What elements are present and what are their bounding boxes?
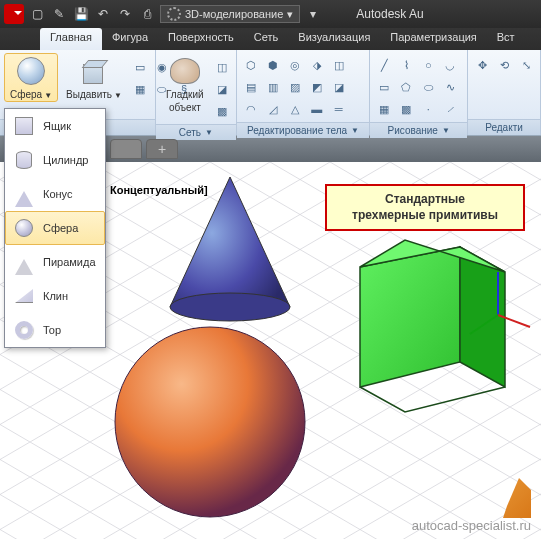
smooth-label-2: объект <box>169 102 201 113</box>
qat-undo-icon[interactable]: ↶ <box>94 5 112 23</box>
sphere-icon <box>17 57 45 85</box>
modify-buttons: ✥ ⟲ ⤡ <box>472 55 536 75</box>
tab-mesh[interactable]: Сеть <box>244 28 288 50</box>
dropdown-label: Сфера <box>43 222 78 234</box>
dropdown-item-cone[interactable]: Конус <box>5 177 105 211</box>
dropdown-label: Тор <box>43 324 61 336</box>
panel-modify-title[interactable]: Редакти <box>468 119 540 135</box>
panel-draw-title[interactable]: Рисование▼ <box>370 122 467 138</box>
dropdown-label: Клин <box>43 290 68 302</box>
panel-mesh: Гладкий объект ◫ ◪ ▩ Сеть▼ <box>156 50 237 135</box>
smooth-icon <box>170 58 200 84</box>
panel-solid-edit-title[interactable]: Редактирование тела▼ <box>237 122 370 138</box>
sphere-split-button[interactable]: Сфера▼ <box>4 53 58 102</box>
dropdown-item-cylinder[interactable]: Цилиндр <box>5 143 105 177</box>
scale-button[interactable]: ⤡ <box>516 55 536 75</box>
mesh-refine-button[interactable]: ▩ <box>212 101 232 121</box>
mesh-less-button[interactable]: ◪ <box>212 79 232 99</box>
dropdown-label: Пирамида <box>43 256 96 268</box>
move-button[interactable]: ✥ <box>472 55 492 75</box>
subtract-button[interactable]: ⬢ <box>263 55 283 75</box>
extrude-icon <box>81 58 107 84</box>
dropdown-item-sphere[interactable]: Сфера <box>5 211 105 245</box>
dropdown-item-wedge[interactable]: Клин <box>5 279 105 313</box>
circle-button[interactable]: ○ <box>418 55 438 75</box>
new-document-tab[interactable]: + <box>146 139 178 159</box>
smooth-label-1: Гладкий <box>166 89 204 100</box>
qat-new-icon[interactable]: ▢ <box>28 5 46 23</box>
chevron-down-icon: ▼ <box>114 91 122 100</box>
chevron-down-icon: ▼ <box>351 126 359 135</box>
extrude-button[interactable]: Выдавить▼ <box>60 53 128 102</box>
mesh-more-button[interactable]: ◫ <box>212 57 232 77</box>
qat-save-icon[interactable]: 💾 <box>72 5 90 23</box>
imprint-button[interactable]: ◩ <box>307 77 327 97</box>
panel-modify: ✥ ⟲ ⤡ Редакти <box>468 50 541 135</box>
qat-extra-icon[interactable]: ▾ <box>304 5 322 23</box>
polysolid-button[interactable]: ▭ <box>130 57 150 77</box>
qat-print-icon[interactable]: ⎙ <box>138 5 156 23</box>
workspace-label: 3D-моделирование <box>185 8 283 20</box>
intersect-button[interactable]: ◎ <box>285 55 305 75</box>
offset-face-button[interactable]: ▥ <box>263 77 283 97</box>
dropdown-item-torus[interactable]: Тор <box>5 313 105 347</box>
chevron-down-icon: ▼ <box>442 126 450 135</box>
fillet-edge-button[interactable]: ◠ <box>241 99 261 119</box>
cylinder-icon <box>16 151 32 169</box>
smooth-object-button[interactable]: Гладкий объект <box>160 53 210 115</box>
visual-style-label[interactable]: Концептуальный] <box>110 184 208 196</box>
app-menu-button[interactable] <box>4 4 24 24</box>
hatch-button[interactable]: ▩ <box>396 99 416 119</box>
watermark-logo-icon <box>491 478 531 518</box>
separate-button[interactable]: ◪ <box>329 77 349 97</box>
line-button[interactable]: ╱ <box>374 55 394 75</box>
workspace-selector[interactable]: 3D-моделирование ▾ <box>160 5 300 23</box>
sphere-icon <box>15 219 33 237</box>
color-face-button[interactable]: ▬ <box>307 99 327 119</box>
tab-surface[interactable]: Поверхность <box>158 28 244 50</box>
shell-button[interactable]: ▨ <box>285 77 305 97</box>
arc-button[interactable]: ◡ <box>440 55 460 75</box>
rectangle-button[interactable]: ▭ <box>374 77 394 97</box>
presspull-button[interactable]: ▦ <box>130 79 150 99</box>
taper-face-button[interactable]: △ <box>285 99 305 119</box>
dropdown-label: Ящик <box>43 120 71 132</box>
qat-redo-icon[interactable]: ↷ <box>116 5 134 23</box>
box-icon <box>15 117 33 135</box>
spline-button[interactable]: ∿ <box>440 77 460 97</box>
watermark: autocad-specialist.ru <box>412 478 531 533</box>
slice-button[interactable]: ⬗ <box>307 55 327 75</box>
tab-home[interactable]: Главная <box>40 28 102 50</box>
chamfer-edge-button[interactable]: ◿ <box>263 99 283 119</box>
pyramid-icon <box>15 250 33 275</box>
point-button[interactable]: · <box>418 99 438 119</box>
annotation-callout: Стандартные трехмерные примитивы <box>325 184 525 231</box>
tab-render[interactable]: Визуализация <box>288 28 380 50</box>
polygon-button[interactable]: ⬠ <box>396 77 416 97</box>
watermark-text: autocad-specialist.ru <box>412 518 531 533</box>
copy-edge-button[interactable]: ═ <box>329 99 349 119</box>
panel-mesh-title[interactable]: Сеть▼ <box>156 124 236 140</box>
document-tab[interactable] <box>110 139 142 159</box>
polyline-button[interactable]: ⌇ <box>396 55 416 75</box>
tab-parametric[interactable]: Параметризация <box>380 28 486 50</box>
callout-line1: Стандартные <box>333 192 517 208</box>
region-button[interactable]: ▦ <box>374 99 394 119</box>
union-button[interactable]: ⬡ <box>241 55 261 75</box>
extrude-face-button[interactable]: ▤ <box>241 77 261 97</box>
rotate-button[interactable]: ⟲ <box>494 55 514 75</box>
ellipse-button[interactable]: ⬭ <box>418 77 438 97</box>
chevron-down-icon: ▼ <box>44 91 52 100</box>
3dpoly-button[interactable]: ⟋ <box>440 99 460 119</box>
gear-icon <box>167 7 181 21</box>
dropdown-item-box[interactable]: Ящик <box>5 109 105 143</box>
extrude-button-label: Выдавить <box>66 89 112 100</box>
thicken-button[interactable]: ◫ <box>329 55 349 75</box>
dropdown-item-pyramid[interactable]: Пирамида <box>5 245 105 279</box>
chevron-down-icon: ▾ <box>287 8 293 21</box>
tab-solid[interactable]: Фигура <box>102 28 158 50</box>
svg-point-5 <box>115 327 305 517</box>
tab-insert[interactable]: Вст <box>487 28 525 50</box>
qat-open-icon[interactable]: ✎ <box>50 5 68 23</box>
ribbon-tab-strip: Главная Фигура Поверхность Сеть Визуализ… <box>0 28 541 50</box>
